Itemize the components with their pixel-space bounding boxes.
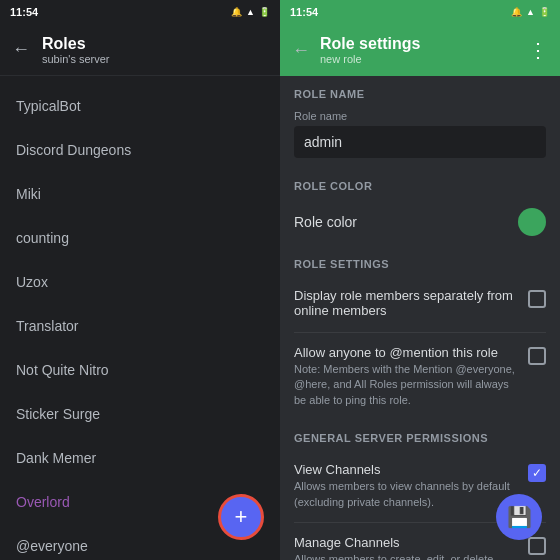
list-item[interactable]: counting: [0, 216, 280, 260]
add-role-button[interactable]: +: [218, 494, 264, 540]
role-name-input-label: Role name: [294, 110, 546, 122]
right-battery-icon: 🔋: [539, 7, 550, 17]
left-header: ← Roles subin's server: [0, 24, 280, 76]
checkmark-icon: ✓: [532, 466, 542, 480]
role-item-label: counting: [16, 230, 69, 246]
right-status-time: 11:54: [290, 6, 318, 18]
left-title-group: Roles subin's server: [42, 35, 110, 65]
list-item[interactable]: Uzox: [0, 260, 280, 304]
roles-list: TypicalBotDiscord DungeonsMikicountingUz…: [0, 76, 280, 560]
right-header-left: ← Role settings new role: [292, 35, 420, 65]
left-status-bar: 11:54 🔔 ▲ 🔋: [0, 0, 280, 24]
perm-manage-channels-desc: Allows members to create, edit, or delet…: [294, 552, 518, 560]
color-picker-button[interactable]: [518, 208, 546, 236]
perm-manage-channels-title: Manage Channels: [294, 535, 518, 550]
role-color-section-label: ROLE COLOR: [280, 168, 560, 198]
role-item-label: Uzox: [16, 274, 48, 290]
right-wifi-icon: ▲: [526, 7, 535, 17]
general-perms-section-label: GENERAL SERVER PERMISSIONS: [280, 420, 560, 450]
save-icon: 💾: [507, 505, 532, 529]
list-item[interactable]: Sticker Surge: [0, 392, 280, 436]
list-item[interactable]: Discord Dungeons: [0, 128, 280, 172]
role-item-label: Discord Dungeons: [16, 142, 131, 158]
setting-display-separately-title: Display role members separately from onl…: [294, 288, 518, 318]
perm-view-channels-text: View Channels Allows members to view cha…: [294, 462, 518, 510]
right-status-bar: 11:54 🔔 ▲ 🔋: [280, 0, 560, 24]
role-name-section-label: ROLE NAME: [280, 76, 560, 106]
setting-display-separately-text: Display role members separately from onl…: [294, 288, 518, 320]
perm-view-channels-desc: Allows members to view channels by defau…: [294, 479, 518, 510]
left-status-icons: 🔔 ▲ 🔋: [231, 7, 270, 17]
role-color-field-label: Role color: [294, 214, 357, 230]
role-name-input[interactable]: [294, 126, 546, 158]
right-header-subtitle: new role: [320, 53, 420, 65]
perm-view-channels-title: View Channels: [294, 462, 518, 477]
right-content: ROLE NAME Role name ROLE COLOR Role colo…: [280, 76, 560, 560]
list-item[interactable]: Not Quite Nitro: [0, 348, 280, 392]
wifi-icon: ▲: [246, 7, 255, 17]
save-button[interactable]: 💾: [496, 494, 542, 540]
right-notification-icon: 🔔: [511, 7, 522, 17]
setting-mention-desc: Note: Members with the Mention @everyone…: [294, 362, 518, 408]
left-header-title: Roles: [42, 35, 110, 53]
list-item[interactable]: Translator: [0, 304, 280, 348]
plus-icon: +: [235, 506, 248, 528]
setting-display-separately-checkbox[interactable]: [528, 290, 546, 308]
right-header: ← Role settings new role ⋮: [280, 24, 560, 76]
role-item-label: Overlord: [16, 494, 70, 510]
left-back-button[interactable]: ←: [12, 39, 30, 60]
role-color-row: Role color: [280, 198, 560, 246]
right-panel: 11:54 🔔 ▲ 🔋 ← Role settings new role ⋮ R…: [280, 0, 560, 560]
role-item-label: @everyone: [16, 538, 88, 554]
perm-manage-channels-checkbox[interactable]: [528, 537, 546, 555]
left-status-time: 11:54: [10, 6, 38, 18]
right-back-button[interactable]: ←: [292, 40, 310, 61]
setting-mention-checkbox[interactable]: [528, 347, 546, 365]
fab-container: +: [218, 494, 264, 540]
more-options-button[interactable]: ⋮: [528, 38, 548, 62]
notification-icon: 🔔: [231, 7, 242, 17]
setting-mention-title: Allow anyone to @mention this role: [294, 345, 518, 360]
setting-mention-text: Allow anyone to @mention this role Note:…: [294, 345, 518, 408]
battery-icon: 🔋: [259, 7, 270, 17]
role-settings-section-label: ROLE SETTINGS: [280, 246, 560, 276]
list-item[interactable]: Dank Memer: [0, 436, 280, 480]
perm-view-channels-checkbox[interactable]: ✓: [528, 464, 546, 482]
perm-manage-channels-text: Manage Channels Allows members to create…: [294, 535, 518, 560]
setting-mention-row: Allow anyone to @mention this role Note:…: [280, 333, 560, 420]
left-panel: 11:54 🔔 ▲ 🔋 ← Roles subin's server Typic…: [0, 0, 280, 560]
left-header-subtitle: subin's server: [42, 53, 110, 65]
setting-display-separately-row: Display role members separately from onl…: [280, 276, 560, 332]
role-item-label: Sticker Surge: [16, 406, 100, 422]
role-item-label: Translator: [16, 318, 79, 334]
right-header-title: Role settings: [320, 35, 420, 53]
role-item-label: Miki: [16, 186, 41, 202]
role-name-input-group: Role name: [280, 106, 560, 168]
role-item-label: TypicalBot: [16, 98, 81, 114]
right-title-group: Role settings new role: [320, 35, 420, 65]
role-item-label: Not Quite Nitro: [16, 362, 109, 378]
right-status-icons: 🔔 ▲ 🔋: [511, 7, 550, 17]
list-item[interactable]: Miki: [0, 172, 280, 216]
role-item-label: Dank Memer: [16, 450, 96, 466]
list-item[interactable]: TypicalBot: [0, 84, 280, 128]
